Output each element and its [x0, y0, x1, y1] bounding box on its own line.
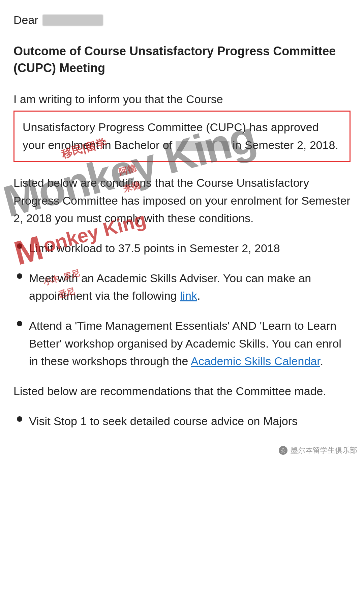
- condition-2-text: Meet with an Academic Skills Adviser. Yo…: [29, 269, 351, 305]
- bullet-dot: [17, 243, 22, 249]
- link-appointment[interactable]: link: [180, 289, 197, 302]
- greeting-text: Dear: [13, 13, 38, 27]
- bottom-credit-watermark: 公 墨尔本留学生俱乐部: [278, 445, 357, 455]
- link-academic-skills-calendar[interactable]: Academic Skills Calendar: [191, 355, 320, 367]
- list-item: Attend a 'Time Management Essentials' AN…: [13, 317, 351, 370]
- bullet-dot: [17, 321, 22, 326]
- highlighted-text-end: in Semester 2, 2018.: [230, 139, 338, 151]
- recommendations-list: Visit Stop 1 to seek detailed course adv…: [13, 412, 351, 430]
- list-item: Meet with an Academic Skills Adviser. Yo…: [13, 269, 351, 305]
- list-item: Limit workload to 37.5 points in Semeste…: [13, 239, 351, 257]
- list-item: Visit Stop 1 to seek detailed course adv…: [13, 412, 351, 430]
- email-body: Dear Outcome of Course Unsatisfactory Pr…: [0, 0, 364, 462]
- conditions-intro-text: Listed below are conditions that the Cou…: [13, 174, 351, 227]
- conditions-list: Limit workload to 37.5 points in Semeste…: [13, 239, 351, 370]
- intro-paragraph: I am writing to inform you that the Cour…: [13, 90, 351, 108]
- wechat-icon: 公: [278, 446, 288, 455]
- bottom-credit-text: 墨尔本留学生俱乐部: [291, 445, 357, 455]
- bullet-dot: [17, 416, 22, 422]
- condition-1-text: Limit workload to 37.5 points in Semeste…: [29, 239, 351, 257]
- highlighted-approval-box: Unsatisfactory Progress Committee (CUPC)…: [13, 111, 351, 161]
- recommendation-1-text: Visit Stop 1 to seek detailed course adv…: [29, 412, 351, 430]
- condition-3-text: Attend a 'Time Management Essentials' AN…: [29, 317, 351, 370]
- email-subject: Outcome of Course Unsatisfactory Progres…: [13, 43, 351, 77]
- svg-text:公: 公: [281, 448, 285, 453]
- recipient-name-blurred: [42, 14, 103, 26]
- degree-name-blurred: [176, 141, 230, 151]
- greeting-line: Dear: [13, 13, 351, 27]
- bullet-dot: [17, 273, 22, 279]
- recommendations-intro-text: Listed below are recommendations that th…: [13, 382, 351, 400]
